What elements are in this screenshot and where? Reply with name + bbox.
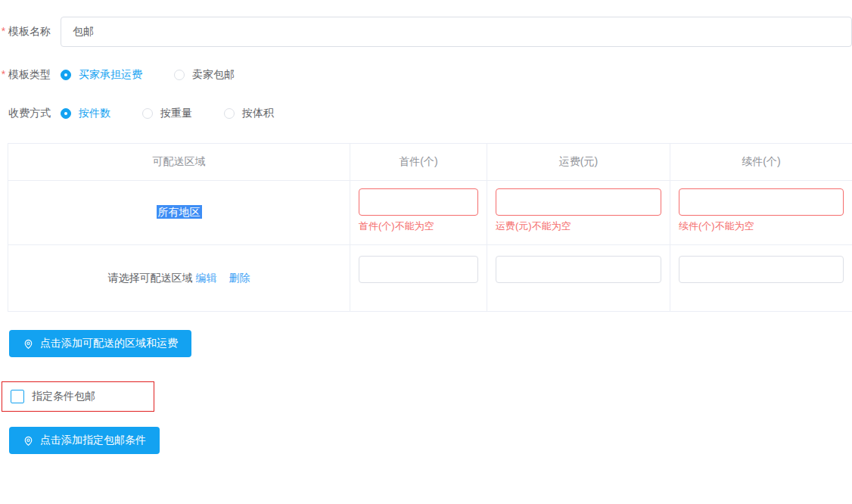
- free-shipping-checkbox-label: 指定条件包邮: [32, 390, 95, 403]
- select-region-text: 请选择可配送区域: [108, 272, 193, 284]
- edit-link[interactable]: 编辑: [196, 272, 217, 284]
- radio-by-piece-label: 按件数: [79, 107, 110, 120]
- next-piece-cell: [670, 245, 852, 312]
- add-condition-button-label: 点击添加指定包邮条件: [40, 434, 146, 447]
- location-pin-icon: [23, 435, 34, 446]
- radio-by-weight-label: 按重量: [160, 107, 192, 120]
- table-row: 请选择可配送区域 编辑 删除: [8, 245, 852, 312]
- radio-by-volume-label: 按体积: [242, 107, 274, 120]
- next-piece-input[interactable]: [679, 188, 844, 216]
- first-piece-input[interactable]: [359, 256, 478, 283]
- region-cell-all: 所有地区: [8, 181, 350, 245]
- template-type-radio-group: 买家承担运费 卖家包邮: [61, 68, 266, 82]
- all-regions-link[interactable]: 所有地区: [157, 205, 202, 219]
- shipping-fee-table: 可配送区域 首件(个) 运费(元) 续件(个) 所有地区 首件(个)不能为空 运…: [8, 143, 852, 312]
- fee-input[interactable]: [496, 188, 661, 216]
- next-piece-input[interactable]: [679, 256, 844, 283]
- radio-unselected-icon: [142, 108, 153, 119]
- fee-error: 运费(元)不能为空: [496, 221, 661, 231]
- free-shipping-checkbox[interactable]: [11, 390, 24, 403]
- add-region-button[interactable]: 点击添加可配送的区域和运费: [9, 330, 191, 357]
- add-condition-button[interactable]: 点击添加指定包邮条件: [9, 427, 160, 454]
- header-fee: 运费(元): [487, 144, 670, 181]
- radio-by-weight[interactable]: 按重量: [142, 107, 192, 120]
- fee-input[interactable]: [496, 256, 661, 283]
- radio-seller-free-label: 卖家包邮: [192, 68, 235, 82]
- charge-method-radio-group: 按件数 按重量 按体积: [61, 107, 306, 120]
- free-shipping-condition-box: 指定条件包邮: [2, 381, 154, 412]
- radio-unselected-icon: [174, 70, 185, 80]
- template-type-label: 模板类型: [0, 68, 61, 82]
- charge-method-row: 收费方式 按件数 按重量 按体积: [0, 107, 852, 120]
- radio-buyer-pays-label: 买家承担运费: [79, 68, 142, 82]
- radio-buyer-pays[interactable]: 买家承担运费: [61, 68, 142, 82]
- template-type-row: 模板类型 买家承担运费 卖家包邮: [0, 68, 852, 82]
- radio-selected-icon: [61, 70, 71, 80]
- radio-unselected-icon: [224, 108, 235, 119]
- header-next-piece: 续件(个): [670, 144, 852, 181]
- add-region-button-label: 点击添加可配送的区域和运费: [40, 337, 178, 350]
- table-row: 所有地区 首件(个)不能为空 运费(元)不能为空 续件(个)不能为空: [8, 181, 852, 245]
- radio-by-piece[interactable]: 按件数: [61, 107, 110, 120]
- template-name-label: 模板名称: [0, 25, 61, 39]
- fee-cell: [487, 245, 670, 312]
- charge-method-label: 收费方式: [0, 107, 61, 120]
- shipping-template-form: 模板名称 模板类型 买家承担运费 卖家包邮 收费方式 按件数 按重量: [0, 0, 852, 454]
- next-piece-error: 续件(个)不能为空: [679, 221, 844, 231]
- delete-link[interactable]: 删除: [229, 272, 250, 284]
- region-cell-select: 请选择可配送区域 编辑 删除: [8, 245, 350, 312]
- location-pin-icon: [23, 338, 34, 350]
- radio-seller-free[interactable]: 卖家包邮: [174, 68, 235, 82]
- next-piece-cell: 续件(个)不能为空: [670, 181, 852, 245]
- first-piece-error: 首件(个)不能为空: [359, 221, 478, 231]
- template-name-input[interactable]: [61, 17, 852, 47]
- template-name-row: 模板名称: [0, 17, 852, 47]
- table-header-row: 可配送区域 首件(个) 运费(元) 续件(个): [8, 144, 852, 181]
- radio-by-volume[interactable]: 按体积: [224, 107, 274, 120]
- fee-cell: 运费(元)不能为空: [487, 181, 670, 245]
- first-piece-cell: 首件(个)不能为空: [350, 181, 487, 245]
- radio-selected-icon: [61, 108, 71, 119]
- first-piece-input[interactable]: [359, 188, 478, 216]
- header-region: 可配送区域: [8, 144, 350, 181]
- header-first-piece: 首件(个): [350, 144, 487, 181]
- first-piece-cell: [350, 245, 487, 312]
